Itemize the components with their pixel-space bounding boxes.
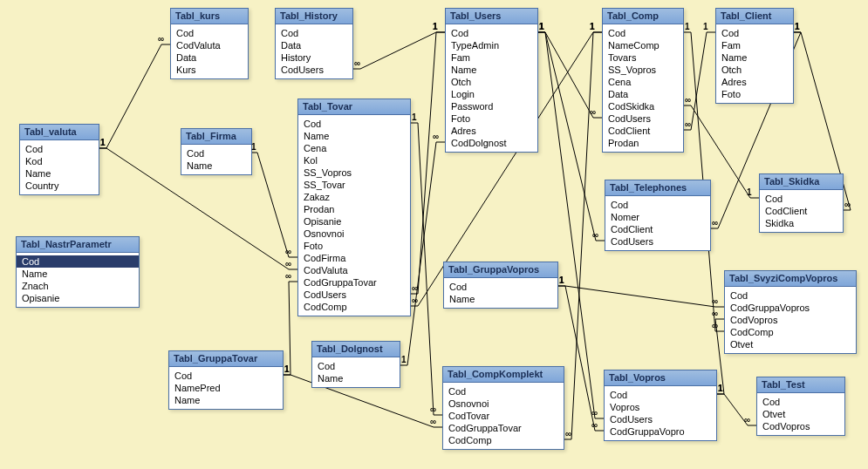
field[interactable]: Name [17, 268, 139, 280]
field[interactable]: CodClient [603, 125, 683, 137]
field[interactable]: Cod [444, 281, 557, 293]
table-title[interactable]: Tabl_GruppaTovar [169, 351, 283, 367]
field[interactable]: CodUsers [298, 289, 410, 301]
field[interactable]: CodVopros [757, 420, 844, 432]
field[interactable]: Foto [446, 112, 537, 125]
table-title[interactable]: Tabl_Vopros [605, 370, 716, 386]
field[interactable]: CodUsers [276, 64, 352, 76]
table-title[interactable]: Tabl_Users [446, 9, 537, 24]
field[interactable]: Otvet [725, 338, 856, 350]
field[interactable]: CodUsers [605, 235, 710, 248]
field[interactable]: Cod [716, 27, 793, 39]
field[interactable]: Name [20, 167, 99, 180]
field[interactable]: History [276, 51, 352, 64]
field[interactable]: Name [181, 160, 251, 172]
field[interactable]: CodSkidka [603, 100, 683, 112]
field[interactable]: CodValuta [298, 264, 410, 276]
field[interactable]: Cod [443, 385, 564, 398]
table-title[interactable]: Tabl_Dolgnost [312, 342, 400, 357]
field[interactable]: Cena [298, 142, 410, 154]
table-nastr[interactable]: Tabl_NastrParametrCodNameZnachOpisanie [16, 236, 140, 308]
table-title[interactable]: Tabl_Tovar [298, 99, 410, 115]
field[interactable]: Cod [605, 199, 710, 211]
table-kurs[interactable]: Tabl_kursCodCodValutaDataKurs [170, 8, 249, 79]
field[interactable]: Login [446, 88, 537, 100]
table-title[interactable]: Tabl_Client [716, 9, 793, 24]
field[interactable]: CodClient [605, 223, 710, 235]
table-telephones[interactable]: Tabl_TelephonesCodNomerCodClientCodUsers [605, 180, 711, 251]
field[interactable]: Nomer [605, 211, 710, 223]
field[interactable]: Adres [446, 125, 537, 137]
field[interactable]: Name [298, 130, 410, 142]
field[interactable]: CodComp [298, 301, 410, 313]
field[interactable]: Kod [20, 155, 99, 167]
field[interactable]: Cod [298, 118, 410, 130]
field[interactable]: Cod [276, 27, 352, 39]
table-title[interactable]: Tabl_Telephones [605, 180, 710, 196]
table-skidka[interactable]: Tabl_SkidkaCodCodClientSkidka [759, 173, 844, 233]
field[interactable]: CodUsers [605, 413, 716, 425]
table-gruppavopros[interactable]: Tabl_GruppaVoprosCodName [443, 262, 558, 309]
field[interactable]: Cena [603, 76, 683, 88]
field[interactable]: Cod [603, 27, 683, 39]
field[interactable]: Foto [716, 88, 793, 100]
table-history[interactable]: Tabl_HistoryCodDataHistoryCodUsers [275, 8, 353, 79]
table-svyzi[interactable]: Tabl_SvyziCompVoprosCodCodGruppaVoprosCo… [724, 270, 857, 354]
table-client[interactable]: Tabl_ClientCodFamNameOtchAdresFoto [715, 8, 794, 104]
field[interactable]: Cod [446, 27, 537, 39]
field[interactable]: Zakaz [298, 191, 410, 203]
field[interactable]: Skidka [760, 217, 843, 229]
field[interactable]: NameComp [603, 39, 683, 51]
field[interactable]: Vopros [605, 401, 716, 413]
field[interactable]: Password [446, 100, 537, 112]
field[interactable]: Name [444, 293, 557, 305]
field[interactable]: Osnovnoi [443, 398, 564, 410]
field[interactable]: Cod [169, 370, 283, 382]
field[interactable]: Cod [17, 255, 139, 268]
field[interactable]: CodUsers [603, 112, 683, 125]
field[interactable]: Cod [760, 193, 843, 205]
field[interactable]: Name [312, 372, 400, 384]
table-comp[interactable]: Tabl_CompCodNameCompTovarsSS_VoprosCenaD… [602, 8, 684, 153]
field[interactable]: Adres [716, 76, 793, 88]
table-firma[interactable]: Tabl_FirmaCodName [181, 128, 252, 175]
field[interactable]: Name [169, 394, 283, 406]
field[interactable]: Cod [605, 389, 716, 401]
table-dolgnost[interactable]: Tabl_DolgnostCodName [311, 341, 400, 388]
field[interactable]: Kol [298, 154, 410, 167]
field[interactable]: Name [446, 64, 537, 76]
table-title[interactable]: Tabl_History [276, 9, 352, 24]
table-title[interactable]: Tabl_GruppaVopros [444, 262, 557, 278]
field[interactable]: CodValuta [171, 39, 248, 51]
table-title[interactable]: Tabl_Comp [603, 9, 683, 24]
field[interactable]: CodGruppaVopros [725, 302, 856, 314]
table-test[interactable]: Tabl_TestCodOtvetCodVopros [756, 377, 845, 436]
table-title[interactable]: Tabl_CompKomplekt [443, 367, 564, 383]
table-title[interactable]: Tabl_Test [757, 377, 844, 393]
field[interactable]: Otch [716, 64, 793, 76]
field[interactable]: Cod [181, 147, 251, 160]
table-tovar[interactable]: Tabl_TovarCodNameCenaKolSS_VoprosSS_Tova… [297, 99, 411, 316]
field[interactable]: Cod [312, 360, 400, 372]
field[interactable]: CodTovar [443, 410, 564, 422]
field[interactable]: CodGruppaTovar [298, 276, 410, 289]
table-users[interactable]: Tabl_UsersCodTypeAdminFamNameOtchLoginPa… [445, 8, 538, 153]
field[interactable]: Prodan [603, 137, 683, 149]
field[interactable]: NamePred [169, 382, 283, 394]
table-title[interactable]: Tabl_kurs [171, 9, 248, 24]
table-title[interactable]: Tabl_valuta [20, 125, 99, 140]
field[interactable]: SS_Vopros [298, 167, 410, 179]
field[interactable]: Prodan [298, 203, 410, 215]
field[interactable]: CodGruppaTovar [443, 422, 564, 434]
field[interactable]: TypeAdmin [446, 39, 537, 51]
table-title[interactable]: Tabl_NastrParametr [17, 237, 139, 253]
field[interactable]: Cod [171, 27, 248, 39]
field[interactable]: Osnovnoi [298, 228, 410, 240]
field[interactable]: CodComp [443, 434, 564, 446]
field[interactable]: Znach [17, 280, 139, 292]
field[interactable]: Foto [298, 240, 410, 252]
field[interactable]: CodComp [725, 326, 856, 338]
field[interactable]: Cod [725, 289, 856, 302]
field[interactable]: CodVopros [725, 314, 856, 326]
field[interactable]: CodClient [760, 205, 843, 217]
